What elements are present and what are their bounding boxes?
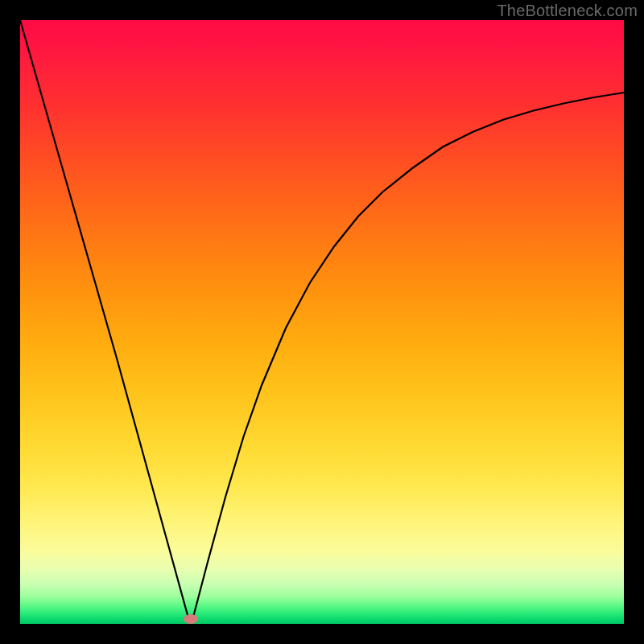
chart-frame: TheBottleneck.com: [0, 0, 644, 644]
attribution-label: TheBottleneck.com: [497, 2, 638, 20]
plot-area: [20, 20, 624, 624]
curve-right-branch: [192, 93, 624, 621]
curve-left-branch: [20, 20, 189, 621]
curve-svg: [20, 20, 624, 624]
bottleneck-marker: [184, 614, 198, 624]
